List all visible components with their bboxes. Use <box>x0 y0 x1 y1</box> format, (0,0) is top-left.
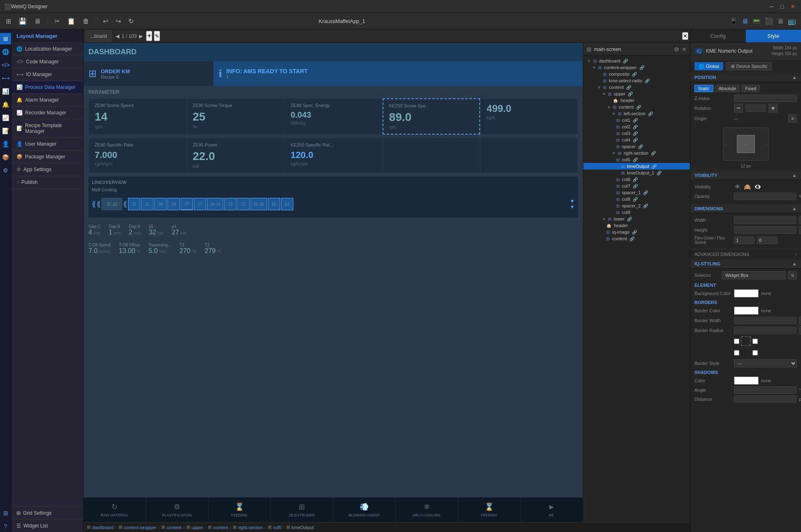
delete-button[interactable]: 🗑 <box>80 16 92 27</box>
tv-icon[interactable]: 📺 <box>786 16 798 27</box>
border-style-select[interactable]: ---soliddasheddotted <box>734 359 797 367</box>
tree-item-lower[interactable]: ▼ ⊟ lower 🔗 <box>583 216 690 222</box>
absolute-position-btn[interactable]: Absolute <box>715 85 740 92</box>
selector-input[interactable] <box>722 271 786 279</box>
advanced-dimensions-toggle[interactable]: ADVANCED DIMENSIONS › <box>694 252 797 257</box>
border-color-swatch[interactable] <box>734 307 759 315</box>
border-width-input[interactable] <box>734 317 796 324</box>
maximize-button[interactable]: □ <box>779 3 785 10</box>
tree-item-kme-radio[interactable]: ⊟ kme-select-radio 🔗 <box>583 77 690 84</box>
menu-item-package[interactable]: 📦 Package Manager <box>12 151 83 163</box>
menu-item-localization[interactable]: 🌐 Localization Manager <box>12 43 83 56</box>
menu-item-recorder[interactable]: 📈 Recorder Manager <box>12 107 83 119</box>
tree-item-spacer1[interactable]: ⊟ spacer_1 🔗 <box>583 189 690 196</box>
origin-menu-btn[interactable]: ≡ <box>788 114 797 123</box>
static-position-btn[interactable]: Static <box>694 85 713 92</box>
tree-item-col7[interactable]: ⊟ col7 🔗 <box>583 183 690 189</box>
flex-grow-input[interactable] <box>734 237 755 244</box>
minimize-button[interactable]: ─ <box>768 3 775 10</box>
bc-col5[interactable]: col5 <box>273 525 281 530</box>
add-tab-btn[interactable]: + <box>146 31 152 41</box>
sidebar-icon-question[interactable]: ? <box>0 520 11 532</box>
opacity-input[interactable] <box>734 193 796 200</box>
phone-icon[interactable]: 📱 <box>728 16 739 27</box>
height-unit-select[interactable]: px%em <box>799 226 801 234</box>
tree-item-col5[interactable]: ⊟ col5 🔗 <box>583 156 690 163</box>
undo-button[interactable]: ↩ <box>100 16 111 27</box>
nav-plastification[interactable]: ⚙ PLASTIFICATION <box>146 497 209 522</box>
redo-button[interactable]: ↪ <box>113 16 123 27</box>
sidebar-icon-globe[interactable]: 🌐 <box>0 46 11 58</box>
tree-item-col3[interactable]: ⊟ col3 🔗 <box>583 130 690 137</box>
rotation-input[interactable] <box>745 105 766 112</box>
rotation-plus-btn[interactable]: + <box>768 104 778 113</box>
tree-item-iq-image[interactable]: ⊟ iq-image 🔗 <box>583 229 690 235</box>
menu-item-io[interactable]: ⟷ IO Manager <box>12 68 83 81</box>
tree-item-content-wrapper[interactable]: ▼ ⊟ content-wrapper 🔗 <box>583 64 690 71</box>
tree-item-col6[interactable]: ⊟ col6 🔗 <box>583 176 690 183</box>
tree-item-col1[interactable]: ⊟ col1 🔗 <box>583 117 690 123</box>
iq-styling-section-header[interactable]: IQ-STYLING ▲ <box>690 259 801 269</box>
edit-tab-btn[interactable]: ✎ <box>154 31 160 41</box>
tree-item-col2[interactable]: ⊟ col2 🔗 <box>583 123 690 130</box>
bottom-item-widget-list[interactable]: ☰ Widget List <box>12 519 83 532</box>
prev-page-btn[interactable]: ◀ <box>116 33 119 39</box>
border-bl-check[interactable] <box>734 350 739 355</box>
bottom-item-grid[interactable]: ⊞ Grid Settings <box>12 506 83 519</box>
border-width-unit[interactable]: ---px <box>799 316 801 325</box>
tree-item-spacer2[interactable]: ⊟ spacer_2 🔗 <box>583 202 690 209</box>
sidebar-icon-grid[interactable]: ⊞ <box>0 507 11 519</box>
device-scope-btn[interactable]: 🖥 Device Specific <box>726 62 772 70</box>
shadow-angle-input[interactable] <box>734 386 796 394</box>
border-radius-unit[interactable]: ---px <box>799 326 801 335</box>
sidebar-icon-layout[interactable]: ⊞ <box>0 33 11 44</box>
tree-item-content[interactable]: ▼ ⊟ content 🔗 <box>583 84 690 91</box>
tree-item-dashboard[interactable]: ▼ ⊟ dashboard 🔗 <box>583 58 690 64</box>
menu-item-app-settings[interactable]: ⚙ App Settings <box>12 163 83 176</box>
tree-item-kme-output1[interactable]: ⊟ kmeOutput_1 🔗 <box>583 170 690 176</box>
save-button[interactable]: 💾 <box>16 16 29 27</box>
nav-raw-material[interactable]: ↻ RAW MATERIAL <box>84 497 146 522</box>
close-button[interactable]: ✕ <box>789 3 797 10</box>
tree-item-lower-header[interactable]: 🏠 header <box>583 222 690 229</box>
menu-item-user[interactable]: 👤 User Manager <box>12 138 83 151</box>
menu-item-publish[interactable]: ↑ Publish <box>12 176 83 189</box>
desktop-icon[interactable]: 🖥 <box>740 16 750 27</box>
bc-right-section[interactable]: right-section <box>238 525 263 530</box>
nav-melt-cooling[interactable]: ❄ MELT-COOLING <box>396 497 458 522</box>
refresh-button[interactable]: ↻ <box>126 16 136 27</box>
z-index-input[interactable] <box>734 95 797 102</box>
menu-item-alarm[interactable]: 🔔 Alarm Manager <box>12 94 83 107</box>
border-tl-check[interactable] <box>734 339 739 344</box>
height-dim-input[interactable] <box>734 226 796 234</box>
copy-button[interactable]: 📋 <box>65 16 78 27</box>
menu-item-process-data[interactable]: 📊 Process Data Manager <box>12 81 83 94</box>
cut-button[interactable]: ✂ <box>52 16 62 27</box>
tree-item-spacer[interactable]: ⊟ spacer 🔗 <box>583 143 690 150</box>
style-tab[interactable]: Style <box>746 30 801 42</box>
position-section-header[interactable]: POSITION ▲ <box>690 73 801 82</box>
nav-feeding-2[interactable]: ⌛ FEEDING <box>458 497 521 522</box>
sidebar-icon-settings[interactable]: ⚙ <box>0 165 11 176</box>
global-scope-btn[interactable]: 🌐 Global <box>694 62 723 70</box>
tree-item-kme-output[interactable]: ⊟ kmeOutput 🔗 <box>583 163 690 170</box>
tree-settings-btn[interactable]: ⚙ <box>674 46 679 53</box>
config-tab[interactable]: Config <box>690 30 746 42</box>
nav-feeding[interactable]: ⌛ FEEDING <box>209 497 271 522</box>
border-br-check[interactable] <box>752 350 758 355</box>
tree-item-header[interactable]: 🏠 header <box>583 97 690 104</box>
sidebar-icon-data[interactable]: 📊 <box>0 86 11 97</box>
tree-item-right-section[interactable]: ▼ ⊟ right-section 🔗 <box>583 150 690 156</box>
eye-closed-icon[interactable]: 🙈 <box>743 183 752 191</box>
sidebar-icon-code[interactable]: </> <box>0 59 11 71</box>
bc-upper[interactable]: upper <box>192 525 203 530</box>
tree-expand-btn[interactable]: ⊞ <box>587 46 592 53</box>
width-unit-select[interactable]: px%em <box>799 216 801 224</box>
eye-open-icon[interactable]: 👁 <box>734 183 741 191</box>
home-button[interactable]: ⊞ <box>3 16 14 27</box>
rotation-minus-btn[interactable]: − <box>734 104 743 113</box>
nav-ke[interactable]: ► KE <box>520 497 583 522</box>
tree-item-left-section[interactable]: ▼ ⊟ left-section 🔗 <box>583 110 690 117</box>
close-editor-btn[interactable]: ✕ <box>682 32 688 40</box>
nav-ze-extruder[interactable]: ⊞ ZE EXTRUDER <box>271 497 333 522</box>
